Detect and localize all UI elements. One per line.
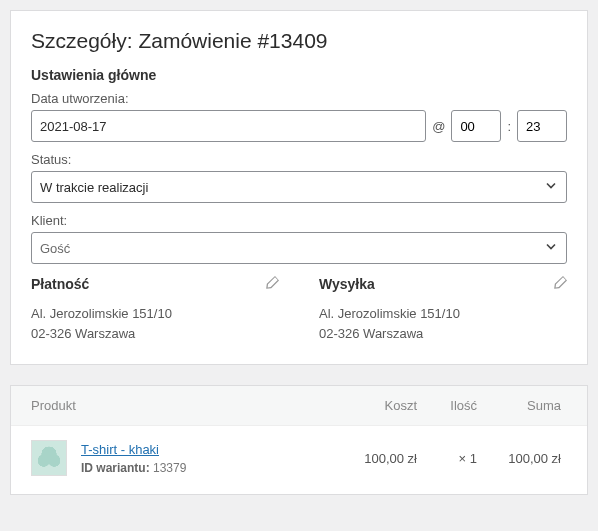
order-items-panel: Produkt Koszt Ilość Suma T-shirt - khaki… (10, 385, 588, 495)
col-qty: Ilość (417, 398, 477, 413)
order-details-panel: Szczegóły: Zamówienie #13409 Ustawienia … (10, 10, 588, 365)
status-label: Status: (31, 152, 567, 167)
shipping-line1: Al. Jerozolimskie 151/10 (319, 304, 567, 324)
shipping-heading: Wysyłka (319, 276, 567, 292)
at-symbol: @ (432, 119, 445, 134)
billing-column: Płatność Al. Jerozolimskie 151/10 02-326… (31, 276, 279, 344)
date-created-label: Data utworzenia: (31, 91, 567, 106)
product-thumbnail[interactable] (31, 440, 67, 476)
billing-line2: 02-326 Warszawa (31, 324, 279, 344)
address-columns: Płatność Al. Jerozolimskie 151/10 02-326… (31, 276, 567, 344)
client-label: Klient: (31, 213, 567, 228)
product-info: T-shirt - khaki ID wariantu: 13379 (81, 442, 327, 475)
item-cost: 100,00 zł (327, 451, 417, 466)
billing-heading: Płatność (31, 276, 279, 292)
product-link[interactable]: T-shirt - khaki (81, 442, 159, 457)
client-select-wrap: Gość (31, 232, 567, 264)
item-row: T-shirt - khaki ID wariantu: 13379 100,0… (11, 426, 587, 494)
billing-address: Al. Jerozolimskie 151/10 02-326 Warszawa (31, 304, 279, 344)
minute-input[interactable] (517, 110, 567, 142)
main-settings-heading: Ustawienia główne (31, 67, 567, 83)
col-sum: Suma (477, 398, 567, 413)
pencil-icon (266, 276, 279, 289)
date-input[interactable] (31, 110, 426, 142)
pencil-icon (554, 276, 567, 289)
shipping-column: Wysyłka Al. Jerozolimskie 151/10 02-326 … (319, 276, 567, 344)
items-header-row: Produkt Koszt Ilość Suma (11, 386, 587, 426)
shipping-address: Al. Jerozolimskie 151/10 02-326 Warszawa (319, 304, 567, 344)
billing-line1: Al. Jerozolimskie 151/10 (31, 304, 279, 324)
page-title: Szczegóły: Zamówienie #13409 (31, 29, 567, 53)
item-sum: 100,00 zł (477, 451, 567, 466)
col-cost: Koszt (327, 398, 417, 413)
date-row: @ : (31, 110, 567, 142)
item-qty: × 1 (417, 451, 477, 466)
status-select-wrap: W trakcie realizacji (31, 171, 567, 203)
hour-input[interactable] (451, 110, 501, 142)
client-select[interactable]: Gość (31, 232, 567, 264)
variant-value: 13379 (153, 461, 186, 475)
shipping-line2: 02-326 Warszawa (319, 324, 567, 344)
time-separator: : (507, 119, 511, 134)
status-select[interactable]: W trakcie realizacji (31, 171, 567, 203)
edit-billing-button[interactable] (266, 276, 279, 289)
variant-label: ID wariantu: (81, 461, 150, 475)
edit-shipping-button[interactable] (554, 276, 567, 289)
variant-line: ID wariantu: 13379 (81, 461, 327, 475)
col-product: Produkt (31, 398, 327, 413)
